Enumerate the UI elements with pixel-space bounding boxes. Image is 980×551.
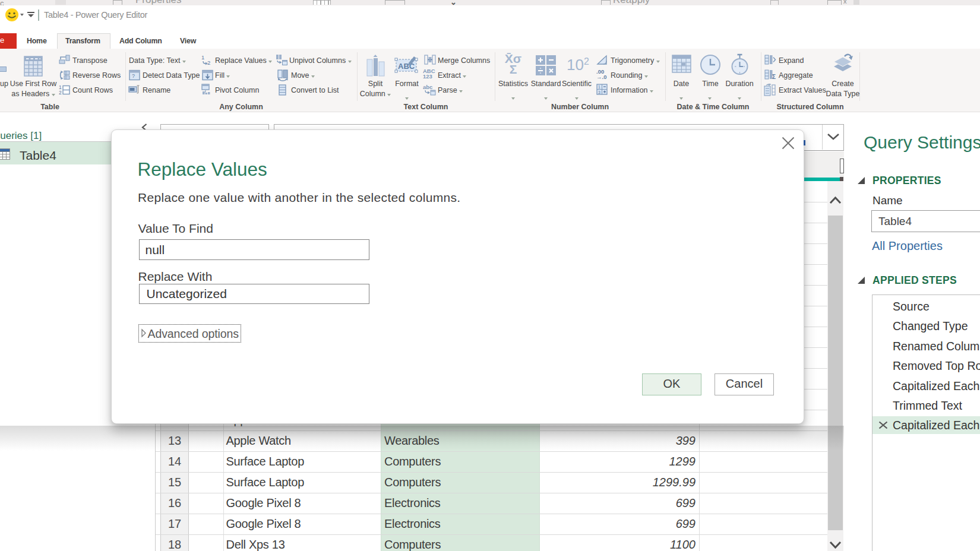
svg-text:2: 2 [59,90,62,96]
svg-text:abc: abc [423,84,432,90]
svg-text:?: ? [132,73,135,79]
svg-text:Σ: Σ [772,74,776,80]
svg-text:3: 3 [598,90,600,94]
svg-text:2: 2 [207,59,210,66]
svg-text:1: 1 [598,85,600,89]
svg-text:1: 1 [201,54,204,61]
svg-text:ABC: ABC [398,62,415,71]
